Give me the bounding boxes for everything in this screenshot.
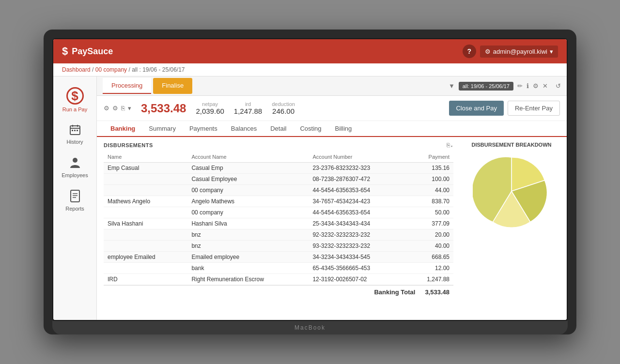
- cell-payment: 377.09: [407, 218, 453, 229]
- sidebar-reports-label: Reports: [65, 206, 84, 212]
- calendar-icon: [69, 124, 81, 137]
- dropdown-arrow-icon[interactable]: ▼: [449, 82, 455, 90]
- chart-title: DISBURSEMENT BREAKDOWN: [472, 142, 552, 148]
- sub-tab-summary[interactable]: Summary: [142, 121, 183, 137]
- table-row: 00 company 44-5454-6356353-654 44.00: [104, 185, 453, 196]
- tab-processing[interactable]: Processing: [103, 78, 151, 94]
- close-icon[interactable]: ✕: [542, 82, 548, 90]
- refresh-icon[interactable]: ↺: [556, 82, 561, 90]
- breadcrumb-sep1: /: [92, 66, 95, 73]
- table-area: DISBURSEMENTS ⎘▾ Name Account Name Accou…: [97, 137, 567, 303]
- cell-payment: 668.65: [407, 252, 453, 263]
- cell-name: [104, 207, 187, 218]
- breadcrumb-period: all : 19/06 - 25/06/17: [132, 66, 185, 73]
- breadcrumb-company[interactable]: 00 company: [95, 66, 127, 73]
- cell-account-name: bank: [187, 263, 309, 274]
- cell-account-name: 00 company: [187, 207, 309, 218]
- table-row: Mathews Angelo Angelo Mathews 34-7657-45…: [104, 196, 453, 207]
- svg-rect-8: [71, 190, 79, 202]
- period-badge: all: 19/06 - 25/06/17: [459, 82, 513, 91]
- cell-name: Silva Hashani: [104, 218, 187, 229]
- close-pay-button[interactable]: Close and Pay: [449, 101, 504, 116]
- table-row: 00 company 44-5454-6356353-654 50.00: [104, 207, 453, 218]
- breadcrumb-dashboard[interactable]: Dashboard: [62, 66, 91, 73]
- cell-account-name: Casual Emp: [187, 163, 309, 174]
- cell-name: [104, 229, 187, 241]
- summary-total-amount: 3,533.48: [141, 102, 186, 115]
- cell-account-number: 12-3192-0026507-02: [309, 274, 407, 285]
- col-account-name-header: Account Name: [187, 152, 309, 163]
- svg-rect-6: [77, 130, 78, 131]
- table-row: bank 65-4345-3566665-453 12.00: [104, 263, 453, 274]
- table-row: bnz 93-3232-3232323-232 40.00: [104, 241, 453, 252]
- copy-icon[interactable]: ⎘: [121, 105, 125, 112]
- cell-account-number: 93-3232-3232323-232: [309, 241, 407, 252]
- dropdown-sm-icon[interactable]: ▾: [128, 105, 131, 112]
- export-icon[interactable]: ⎘▾: [447, 142, 453, 149]
- settings-icon[interactable]: ⚙: [533, 82, 539, 90]
- main-content: Processing Finalise ▼ all: 19/06 - 25/06…: [97, 76, 567, 320]
- app-name: PaySauce: [72, 46, 113, 57]
- breadcrumb: Dashboard / 00 company / all : 19/06 - 2…: [53, 63, 567, 76]
- summary-icons: ⚙ ⚙ ⎘ ▾: [104, 105, 131, 112]
- col-name-header: Name: [104, 152, 187, 163]
- sub-tab-banking[interactable]: Banking: [104, 121, 142, 137]
- cell-payment: 100.00: [407, 174, 453, 185]
- cell-payment: 1,247.88: [407, 274, 453, 285]
- disbursements-header: DISBURSEMENTS ⎘▾: [104, 142, 453, 149]
- sidebar-item-employees[interactable]: Employees: [53, 151, 96, 184]
- sidebar-item-reports[interactable]: Reports: [53, 184, 96, 217]
- svg-point-7: [73, 158, 78, 163]
- cell-payment: 44.00: [407, 185, 453, 196]
- admin-button[interactable]: ⚙ admin@payroll.kiwi ▾: [480, 46, 558, 58]
- svg-rect-4: [72, 130, 73, 131]
- cell-account-number: 08-7238-2876307-472: [309, 174, 407, 185]
- table-row: Silva Hashani Hashani Silva 25-3434-3434…: [104, 218, 453, 229]
- cell-account-name: Casual Employee: [187, 174, 309, 185]
- cell-name: Emp Casual: [104, 163, 187, 174]
- help-button[interactable]: ?: [463, 45, 476, 58]
- sub-tab-detail[interactable]: Detail: [264, 121, 293, 137]
- sub-tab-costing[interactable]: Costing: [293, 121, 328, 137]
- cell-payment: 50.00: [407, 207, 453, 218]
- summary-netpay: netpay 2,039.60: [196, 101, 224, 115]
- sidebar-history-label: History: [66, 139, 83, 145]
- info-icon[interactable]: ℹ: [527, 82, 529, 90]
- cell-account-name: Hashani Silva: [187, 218, 309, 229]
- cell-name: [104, 185, 187, 196]
- sub-tab-balances[interactable]: Balances: [224, 121, 264, 137]
- cell-account-number: 34-3234-3434334-545: [309, 252, 407, 263]
- sidebar-item-history[interactable]: History: [53, 118, 96, 151]
- cell-account-name: 00 company: [187, 185, 309, 196]
- edit-icon[interactable]: ✏: [517, 82, 523, 90]
- cell-account-name: Emailed employee: [187, 252, 309, 263]
- banking-total-value: 3,533.48: [425, 288, 450, 296]
- pie-chart: [473, 152, 550, 230]
- summary-deduction: deduction 246.00: [272, 101, 295, 115]
- cell-account-name: Right Remuneration Escrow: [187, 274, 309, 285]
- cell-payment: 135.16: [407, 163, 453, 174]
- sub-tab-billing[interactable]: Billing: [328, 121, 359, 137]
- person-icon: [69, 156, 81, 170]
- tab-finalise[interactable]: Finalise: [153, 78, 192, 94]
- dollar-circle-icon: $: [66, 87, 84, 105]
- settings-sm-icon[interactable]: ⚙: [104, 105, 109, 112]
- main-tabs: Processing Finalise ▼ all: 19/06 - 25/06…: [97, 76, 567, 96]
- table-row: employee Emailed Emailed employee 34-323…: [104, 252, 453, 263]
- sidebar: $ Run a Pay: [53, 76, 97, 320]
- cell-name: [104, 174, 187, 185]
- disbursements-section: DISBURSEMENTS ⎘▾ Name Account Name Accou…: [104, 142, 453, 299]
- cell-name: [104, 263, 187, 274]
- cell-account-number: 65-4345-3566665-453: [309, 263, 407, 274]
- cell-name: employee Emailed: [104, 252, 187, 263]
- topbar: $ PaySauce ? ⚙ admin@payroll.kiwi ▾: [53, 39, 567, 63]
- reenter-pay-button[interactable]: Re-Enter Pay: [508, 101, 560, 116]
- sidebar-item-run-a-pay[interactable]: $ Run a Pay: [53, 81, 96, 118]
- topbar-right: ? ⚙ admin@payroll.kiwi ▾: [463, 45, 558, 58]
- cell-account-number: 34-7657-4534234-423: [309, 196, 407, 207]
- summary-row: ⚙ ⚙ ⎘ ▾ 3,533.48 netpay 2,039.60: [97, 96, 567, 121]
- gear-sm-icon[interactable]: ⚙: [112, 105, 118, 112]
- sub-tab-payments[interactable]: Payments: [183, 121, 224, 137]
- chart-section: DISBURSEMENT BREAKDOWN: [453, 142, 560, 299]
- laptop-brand: MacBook: [294, 324, 326, 331]
